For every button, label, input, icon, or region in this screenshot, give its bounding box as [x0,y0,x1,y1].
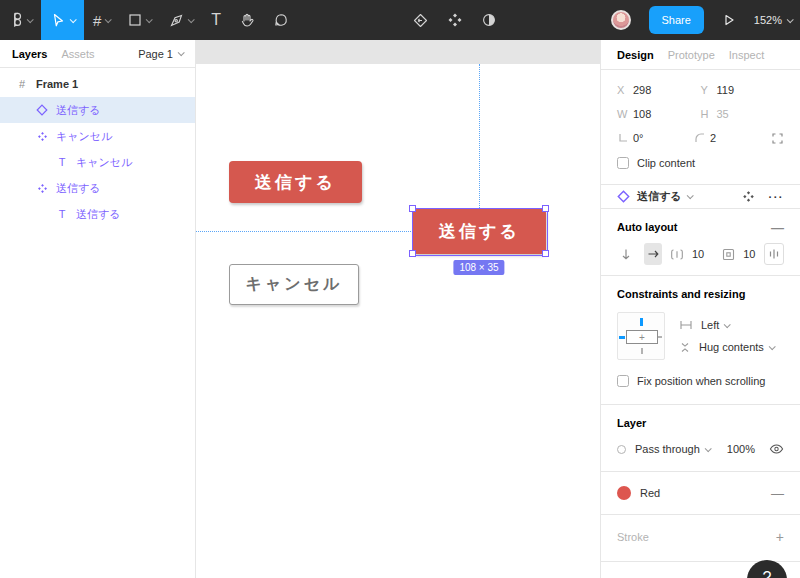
move-tool-button[interactable] [41,0,84,40]
constraints-widget[interactable]: + [617,312,665,360]
help-button[interactable]: ? [747,560,787,578]
y-label: Y [701,84,717,96]
horizontal-constraint-dropdown[interactable]: Left [679,315,774,335]
text-tool-button[interactable]: T [202,0,230,40]
visibility-eye-icon[interactable] [769,443,784,455]
frame-tool-icon: # [93,12,101,29]
zoom-level-value: 152% [754,14,782,26]
frame-icon: # [14,78,30,90]
zoom-level-control[interactable]: 152% [754,14,792,26]
selection-handle-top-right[interactable] [542,205,549,212]
horizontal-constraint-value: Left [701,319,719,331]
auto-layout-title: Auto layout [617,221,678,233]
chevron-down-icon[interactable] [686,192,693,199]
comment-tool-button[interactable] [264,0,298,40]
page-selector[interactable]: Page 1 [138,48,183,60]
fix-position-checkbox[interactable] [617,375,629,387]
layer-row-submit-instance[interactable]: 送信する [0,97,195,123]
layer-row-frame-1[interactable]: # Frame 1 [0,71,195,97]
layer-label: 送信する [76,207,121,222]
constraint-center-box[interactable]: + [626,330,658,344]
alignment-guide-vertical [479,64,480,210]
blend-mode-dropdown[interactable]: Pass through [635,443,710,455]
fill-style-name[interactable]: Red [640,487,660,499]
inspector-panel: Design Prototype Inspect X 298 Y 119 W 1… [600,40,800,578]
tab-inspect[interactable]: Inspect [729,49,764,61]
width-field[interactable]: W 108 [617,108,701,120]
tab-prototype[interactable]: Prototype [668,49,715,61]
x-position-field[interactable]: X 298 [617,84,701,96]
chevron-down-icon [178,49,185,56]
tab-layers[interactable]: Layers [12,48,47,60]
pen-tool-icon [169,13,184,28]
corner-radius-icon [694,132,710,144]
mask-button[interactable] [479,12,499,28]
rotation-icon [617,132,633,144]
vertical-direction-button[interactable] [617,243,636,265]
item-spacing-value[interactable]: 10 [692,248,704,260]
more-options-icon[interactable]: ··· [769,191,785,203]
frame-tool-button[interactable]: # [84,0,119,40]
independent-corners-button[interactable] [771,132,784,145]
hand-tool-button[interactable] [230,0,264,40]
layer-row-cancel-component[interactable]: キャンセル [0,123,195,149]
fix-position-checkbox-row[interactable]: Fix position when scrolling [617,370,784,392]
create-component-button[interactable] [445,12,465,28]
move-cursor-icon [50,12,66,28]
x-value: 298 [633,84,651,96]
present-icon[interactable] [722,13,736,27]
height-field[interactable]: H 35 [701,108,785,120]
constraint-bottom-tick[interactable] [641,348,643,354]
edit-object-button[interactable] [410,12,431,29]
layer-row-cancel-text[interactable]: T キャンセル [0,149,195,175]
vertical-resizing-dropdown[interactable]: Hug contents [679,337,774,357]
selection-handle-top-left[interactable] [409,205,416,212]
y-position-field[interactable]: Y 119 [701,84,785,96]
main-menu-button[interactable] [0,0,41,40]
constraint-left-tick[interactable] [619,336,625,339]
share-button[interactable]: Share [649,6,704,34]
selection-handle-bottom-right[interactable] [542,250,549,257]
corner-radius-field[interactable]: 2 [694,132,771,144]
remove-fill-button[interactable]: — [771,486,784,501]
hand-tool-icon [239,12,255,28]
selection-handle-bottom-left[interactable] [409,250,416,257]
rotation-field[interactable]: 0° [617,132,694,144]
opacity-value[interactable]: 100% [727,443,755,455]
canvas[interactable]: 送信する キャンセル 送信する 108 × 35 [196,40,600,578]
tab-design[interactable]: Design [617,49,654,61]
comment-bubble-icon [273,12,289,28]
help-question-mark: ? [763,569,772,578]
clip-content-checkbox[interactable] [617,157,629,169]
corner-radius-value: 2 [710,132,716,144]
pen-tool-button[interactable] [160,0,202,40]
stroke-section: Stroke + [601,515,800,562]
vertical-resizing-value: Hug contents [699,341,764,353]
layer-row-submit-text[interactable]: T 送信する [0,201,195,227]
fill-color-swatch[interactable] [617,486,631,500]
shape-tool-button[interactable] [119,0,160,40]
add-stroke-button[interactable]: + [776,529,784,545]
tab-assets[interactable]: Assets [61,48,94,60]
stroke-section-title: Stroke [617,531,649,543]
constraints-title: Constraints and resizing [617,288,745,300]
layer-row-submit-component[interactable]: 送信する [0,175,195,201]
cancel-button-component[interactable]: キャンセル [229,264,359,305]
horizontal-direction-button[interactable] [644,243,663,265]
text-layer-icon: T [54,208,70,220]
alignment-options-button[interactable] [764,243,785,265]
chevron-down-icon [724,321,731,328]
swap-instance-icon[interactable] [742,190,755,203]
submit-button-component[interactable]: 送信する [229,161,362,203]
clip-content-checkbox-row[interactable]: Clip content [617,152,784,174]
chevron-down-icon [105,16,112,23]
layer-section-title: Layer [617,417,646,429]
remove-auto-layout-button[interactable]: — [771,220,784,235]
submit-button-instance-selected[interactable]: 送信する [413,209,546,254]
constraint-top-tick[interactable] [640,318,643,326]
padding-value[interactable]: 10 [743,248,755,260]
padding-icon [722,248,735,261]
horizontal-resizing-icon [679,320,693,330]
position-section: X 298 Y 119 W 108 H 35 0° [601,70,800,185]
user-avatar[interactable] [611,10,631,30]
